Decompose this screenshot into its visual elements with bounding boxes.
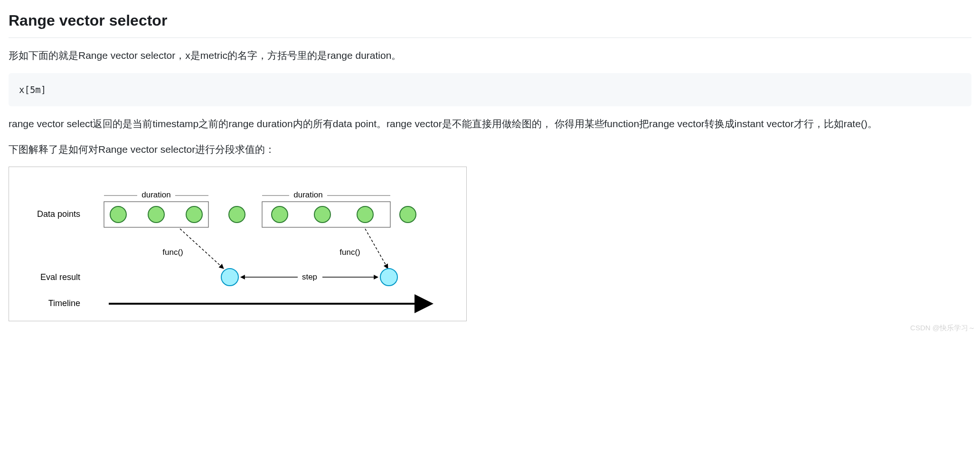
data-point-3 — [186, 206, 202, 223]
diagram-figure: Data points Eval result Timeline duratio… — [9, 167, 467, 321]
data-point-4 — [229, 206, 245, 223]
data-point-5 — [272, 206, 288, 223]
label-data-points: Data points — [37, 209, 80, 219]
data-point-6 — [314, 206, 330, 223]
diagram-svg: Data points Eval result Timeline duratio… — [9, 172, 465, 319]
watermark-text: CSDN @快乐学习～ — [910, 322, 975, 334]
duration-label-1: duration — [141, 190, 170, 199]
func-label-2: func() — [339, 248, 360, 257]
data-point-1 — [110, 206, 126, 223]
data-point-circles — [110, 206, 416, 223]
data-point-8 — [400, 206, 416, 223]
duration-label-2: duration — [293, 190, 322, 199]
step-label: step — [302, 272, 317, 281]
label-timeline: Timeline — [48, 298, 80, 308]
intro-paragraph: 形如下面的就是Range vector selector，x是metric的名字… — [9, 47, 971, 64]
code-block: x[5m] — [9, 73, 971, 106]
data-point-2 — [148, 206, 164, 223]
code-content: x[5m] — [19, 84, 46, 95]
func-label-1: func() — [162, 248, 183, 257]
func-arrow-1 — [180, 229, 224, 269]
label-eval-result: Eval result — [40, 272, 80, 282]
func-arrow-2 — [365, 229, 388, 269]
figure-caption-paragraph: 下图解释了是如何对Range vector selector进行分段求值的： — [9, 141, 971, 158]
explanation-paragraph: range vector select返回的是当前timestamp之前的ran… — [9, 116, 971, 132]
data-point-7 — [357, 206, 373, 223]
section-heading: Range vector selector — [9, 9, 971, 38]
eval-result-1 — [221, 269, 238, 286]
eval-result-2 — [380, 269, 397, 286]
